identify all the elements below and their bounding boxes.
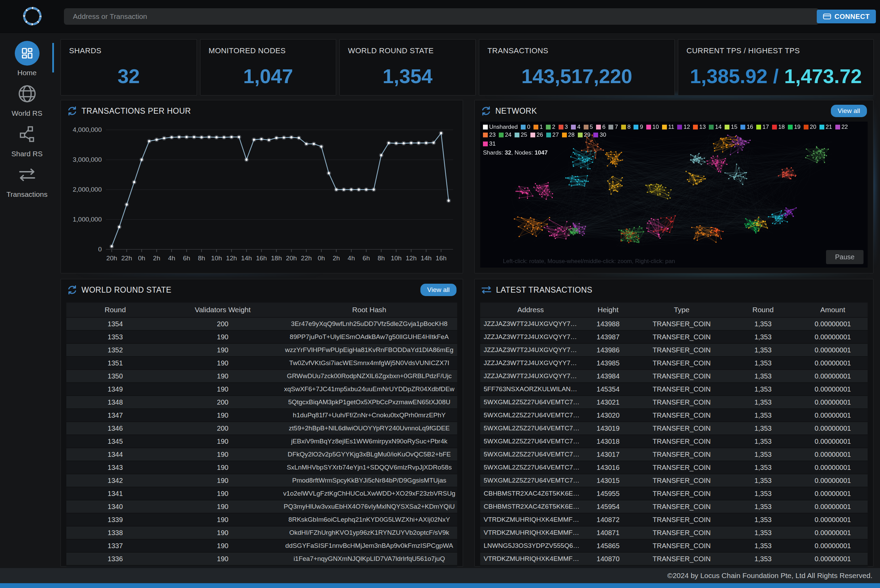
root-hash: DFkQy2lO2v2p5GYYKjg3xBLgMu0/ioKuOvQC5B2+…	[281, 448, 457, 460]
height-link[interactable]: 143984	[581, 370, 635, 382]
tx-round: 1,353	[728, 331, 798, 343]
address-link[interactable]: JZZJAZ3W7T2J4UXGVQYY7XRY...	[480, 344, 581, 356]
address-link[interactable]: JZZJAZ3W7T2J4UXGVQYY7XRY...	[480, 370, 581, 382]
address-link[interactable]: 5WXGML2Z5Z27U64VEMTC7YP...	[480, 474, 581, 487]
address-link[interactable]: JZZJAZ3W7T2J4UXGVQYY7XRY...	[480, 318, 581, 330]
round-link[interactable]: 1346	[66, 422, 164, 435]
tx-type: TRANSFER_COIN	[635, 344, 728, 356]
round-link[interactable]: 1347	[66, 409, 164, 422]
height-link[interactable]: 143021	[581, 396, 635, 408]
round-link[interactable]: 1348	[66, 396, 164, 408]
height-link[interactable]: 143987	[581, 331, 635, 343]
round-link[interactable]: 1345	[66, 435, 164, 447]
sidebar-item-home[interactable]: Home	[0, 41, 54, 77]
address-link[interactable]: VTRDKZMUHRIQHXK4EMMF3T...	[480, 526, 581, 539]
height-link[interactable]: 145354	[581, 383, 635, 395]
address-link[interactable]: 5WXGML2Z5Z27U64VEMTC7YP...	[480, 409, 581, 422]
round-link[interactable]: 1340	[66, 500, 164, 513]
legend-item: 15	[725, 124, 737, 130]
round-link[interactable]: 1341	[66, 488, 164, 500]
sidebar-item-transactions[interactable]: Transactions	[0, 162, 54, 198]
round-link[interactable]: 1352	[66, 344, 164, 356]
stat-card-value: 32	[69, 64, 188, 90]
round-link[interactable]: 1354	[66, 318, 164, 330]
table-row: 1341190v1o2elWVLgFztKgChHUCoLXwWDD+XO29x…	[66, 488, 457, 500]
round-link[interactable]: 1349	[66, 383, 164, 395]
height-link[interactable]: 143019	[581, 422, 635, 435]
round-link[interactable]: 1353	[66, 331, 164, 343]
address-link[interactable]: LNWNG5J3OS3YDPZV555Q6ZJ...	[480, 540, 581, 552]
round-link[interactable]: 1342	[66, 474, 164, 487]
height-link[interactable]: 143985	[581, 357, 635, 369]
round-link[interactable]: 1338	[66, 526, 164, 539]
address-link[interactable]: VTRDKZMUHRIQHXK4EMMF3T...	[480, 553, 581, 565]
stat-card-value: 143,517,220	[487, 64, 666, 90]
height-link[interactable]: 140872	[581, 513, 635, 526]
round-link[interactable]: 1337	[66, 540, 164, 552]
height-link[interactable]: 143016	[581, 461, 635, 474]
address-link[interactable]: JZZJAZ3W7T2J4UXGVQYY7XRY...	[480, 331, 581, 343]
legend-label: 31	[489, 141, 496, 147]
legend-label: 0	[527, 124, 530, 130]
height-link[interactable]: 145955	[581, 488, 635, 500]
height-link[interactable]: 145954	[581, 500, 635, 513]
stat-card: SHARDS32	[60, 39, 197, 96]
height-link[interactable]: 143986	[581, 344, 635, 356]
search-bar	[64, 8, 819, 25]
legend-item: 8	[621, 124, 630, 130]
address-link[interactable]: 5WXGML2Z5Z27U64VEMTC7YP...	[480, 448, 581, 460]
table-row: JZZJAZ3W7T2J4UXGVQYY7XRY...143985TRANSFE…	[480, 357, 868, 369]
network-stats-line: Shards: 32, Nodes: 1047	[483, 149, 865, 156]
height-link[interactable]: 145865	[581, 540, 635, 552]
root-hash: Tw0ZvfVKtGsi7iacWESmnx4mfgWj5N0VdsVUNICZ…	[281, 357, 457, 369]
column-header: Amount	[798, 303, 868, 317]
tx-round: 1,353	[728, 474, 798, 487]
legend-label: 5	[590, 124, 593, 130]
height-link[interactable]: 143015	[581, 474, 635, 487]
legend-label: 28	[568, 132, 575, 138]
height-link[interactable]: 143018	[581, 435, 635, 447]
svg-text:10h: 10h	[391, 255, 402, 262]
root-hash: h1duPq81f7+Uuh/Ff/ZnNr+Cnoku0txQPrh0mrzE…	[281, 409, 457, 422]
address-link[interactable]: 5WXGML2Z5Z27U64VEMTC7YP...	[480, 461, 581, 474]
network-view-all-button[interactable]: View all	[831, 105, 867, 117]
wrs-view-all-button[interactable]: View all	[420, 284, 456, 296]
height-link[interactable]: 143017	[581, 448, 635, 460]
address-link[interactable]: CBHBMSTR2XAC4Z6T5KK6EHK...	[480, 500, 581, 513]
round-link[interactable]: 1351	[66, 357, 164, 369]
round-link[interactable]: 1344	[66, 448, 164, 460]
legend-label: 17	[763, 124, 769, 130]
locus-chain-logo[interactable]	[21, 4, 44, 28]
height-link[interactable]: 143988	[581, 318, 635, 330]
round-link[interactable]: 1343	[66, 461, 164, 474]
connect-button[interactable]: CONNECT	[817, 10, 876, 23]
height-link[interactable]: 143020	[581, 409, 635, 422]
svg-text:6h: 6h	[183, 255, 190, 262]
legend-item: 6	[596, 124, 605, 130]
pause-button[interactable]: Pause	[826, 250, 863, 264]
validators-weight: 190	[164, 553, 281, 565]
round-link[interactable]: 1336	[66, 553, 164, 565]
address-link[interactable]: 5WXGML2Z5Z27U64VEMTC7YP...	[480, 435, 581, 447]
sidebar-item-shard-rs[interactable]: Shard RS	[0, 122, 54, 158]
validators-weight: 190	[164, 435, 281, 447]
svg-text:4h: 4h	[168, 255, 175, 262]
legend-label: 9	[640, 124, 643, 130]
address-link[interactable]: 5WXGML2Z5Z27U64VEMTC7YP...	[480, 422, 581, 435]
address-link[interactable]: JZZJAZ3W7T2J4UXGVQYY7XRY...	[480, 357, 581, 369]
round-link[interactable]: 1339	[66, 513, 164, 526]
table-row: 1345190jEBxiV9mBqYz8ejlEs1WW6mirpyxN90oR…	[66, 435, 457, 447]
address-link[interactable]: VTRDKZMUHRIQHXK4EMMF3T...	[480, 513, 581, 526]
height-link[interactable]: 140870	[581, 553, 635, 565]
address-link[interactable]: 5WXGML2Z5Z27U64VEMTC7YP...	[480, 396, 581, 408]
stat-card-value: 1,354	[348, 64, 467, 90]
address-link[interactable]: 5FF763NSXAORZKULWILANXF6...	[480, 383, 581, 395]
tx-round: 1,353	[728, 513, 798, 526]
validators-weight: 190	[164, 474, 281, 487]
search-input[interactable]	[64, 8, 819, 25]
sidebar-item-world-rs[interactable]: World RS	[0, 81, 54, 117]
tx-round: 1,353	[728, 318, 798, 330]
round-link[interactable]: 1350	[66, 370, 164, 382]
height-link[interactable]: 140871	[581, 526, 635, 539]
address-link[interactable]: CBHBMSTR2XAC4Z6T5KK6EHK...	[480, 488, 581, 500]
